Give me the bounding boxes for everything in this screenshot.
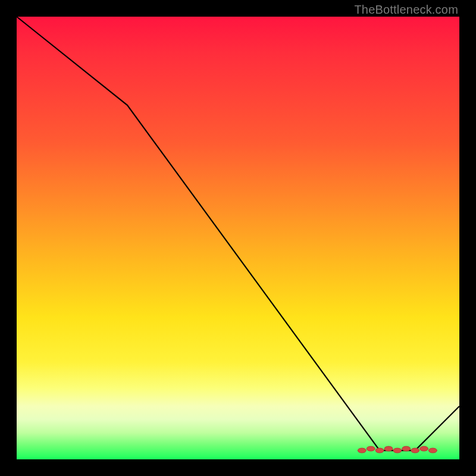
chart-frame: TheBottleneck.com xyxy=(0,0,476,476)
marker-dot xyxy=(402,446,411,451)
marker-dot xyxy=(428,448,437,453)
marker-dot xyxy=(393,448,402,453)
marker-dot xyxy=(420,446,428,451)
chart-overlay xyxy=(17,17,459,459)
marker-band xyxy=(358,446,437,453)
watermark-text: TheBottleneck.com xyxy=(354,3,458,17)
marker-dot xyxy=(411,448,419,453)
bottleneck-curve xyxy=(17,17,459,450)
marker-dot xyxy=(375,448,384,453)
marker-dot xyxy=(358,448,366,453)
marker-dot xyxy=(384,446,393,451)
plot-area xyxy=(17,17,459,459)
marker-dot xyxy=(367,446,375,451)
